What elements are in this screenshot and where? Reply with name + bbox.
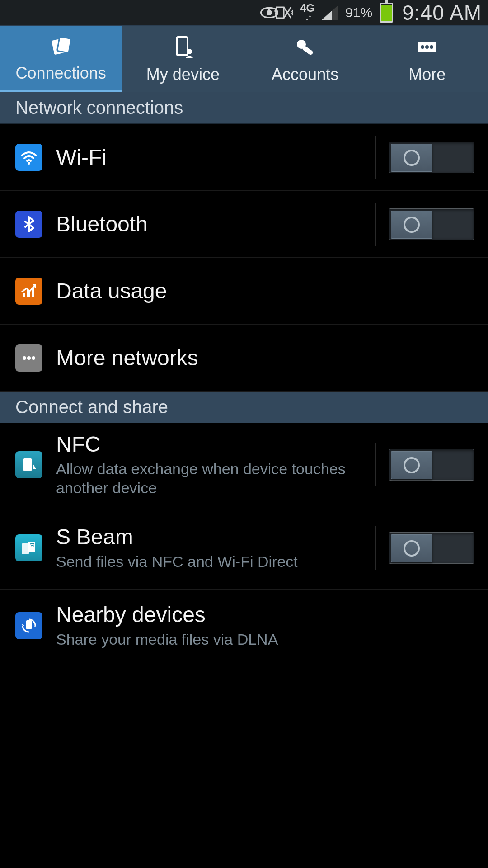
svg-rect-20: [26, 620, 32, 629]
s-beam-subtitle: Send files via NFC and Wi-Fi Direct: [56, 552, 362, 571]
svg-rect-17: [23, 458, 32, 471]
nfc-icon: [15, 451, 42, 478]
s-beam-label: S Beam: [56, 524, 362, 549]
tab-accounts-label: Accounts: [272, 65, 338, 84]
network-type-indicator: 4G ↓↑: [300, 4, 314, 22]
my-device-icon: [170, 34, 196, 60]
data-usage-label: Data usage: [56, 278, 474, 303]
row-nearby-devices[interactable]: Nearby devices Share your media files vi…: [0, 590, 488, 662]
section-header-connect-and-share: Connect and share: [0, 392, 488, 423]
svg-rect-1: [57, 37, 71, 53]
signal-strength-icon: [322, 5, 338, 20]
row-nfc[interactable]: NFC Allow data exchange when device touc…: [0, 423, 488, 506]
svg-point-14: [23, 356, 26, 360]
wifi-icon: [15, 144, 42, 171]
data-usage-icon: [15, 278, 42, 305]
bluetooth-icon: [15, 211, 42, 238]
nfc-label: NFC: [56, 432, 362, 457]
battery-percent: 91%: [345, 5, 372, 20]
tab-more[interactable]: More: [366, 26, 488, 92]
svg-point-15: [27, 356, 31, 360]
svg-rect-11: [23, 293, 25, 297]
svg-rect-2: [177, 37, 188, 55]
network-type-label: 4G: [300, 4, 314, 13]
bluetooth-toggle[interactable]: [389, 208, 474, 240]
tab-connections[interactable]: Connections: [0, 26, 122, 92]
accounts-icon: [292, 34, 318, 60]
more-networks-icon: [15, 344, 42, 372]
nearby-devices-label: Nearby devices: [56, 602, 474, 627]
tab-more-label: More: [408, 65, 446, 84]
battery-icon: [380, 3, 393, 23]
nfc-subtitle: Allow data exchange when device touches …: [56, 459, 362, 498]
connections-icon: [48, 33, 74, 58]
data-arrows-icon: ↓↑: [300, 13, 314, 22]
more-networks-label: More networks: [56, 345, 474, 370]
svg-point-10: [28, 162, 30, 165]
wifi-label: Wi-Fi: [56, 145, 362, 170]
s-beam-toggle[interactable]: [389, 532, 474, 564]
mute-vibrate-icon: [275, 5, 293, 20]
status-icons: 4G ↓↑ 91%: [260, 3, 393, 23]
svg-rect-18: [22, 543, 29, 554]
tab-accounts[interactable]: Accounts: [244, 26, 366, 92]
svg-point-3: [187, 49, 192, 54]
svg-point-8: [425, 45, 429, 49]
row-data-usage[interactable]: Data usage: [0, 258, 488, 325]
bluetooth-label: Bluetooth: [56, 212, 362, 236]
more-icon: [414, 34, 440, 60]
svg-point-7: [421, 45, 424, 49]
row-bluetooth[interactable]: Bluetooth: [0, 191, 488, 258]
nearby-devices-subtitle: Share your media files via DLNA: [56, 630, 474, 649]
status-clock: 9:40 AM: [402, 0, 482, 25]
section-header-network-connections: Network connections: [0, 92, 488, 124]
tab-my-device-label: My device: [146, 65, 220, 84]
row-s-beam[interactable]: S Beam Send files via NFC and Wi-Fi Dire…: [0, 506, 488, 590]
settings-tabs: Connections My device Accounts More: [0, 25, 488, 92]
status-bar: 4G ↓↑ 91% 9:40 AM: [0, 0, 488, 25]
tab-connections-label: Connections: [16, 64, 106, 83]
row-wifi[interactable]: Wi-Fi: [0, 124, 488, 191]
tab-my-device[interactable]: My device: [122, 26, 244, 92]
s-beam-icon: [15, 534, 42, 561]
nfc-toggle[interactable]: [389, 449, 474, 481]
nearby-devices-icon: [15, 612, 42, 639]
svg-point-9: [430, 45, 433, 49]
svg-point-16: [32, 356, 35, 360]
row-more-networks[interactable]: More networks: [0, 325, 488, 392]
wifi-toggle[interactable]: [389, 142, 474, 173]
svg-rect-5: [301, 45, 314, 56]
